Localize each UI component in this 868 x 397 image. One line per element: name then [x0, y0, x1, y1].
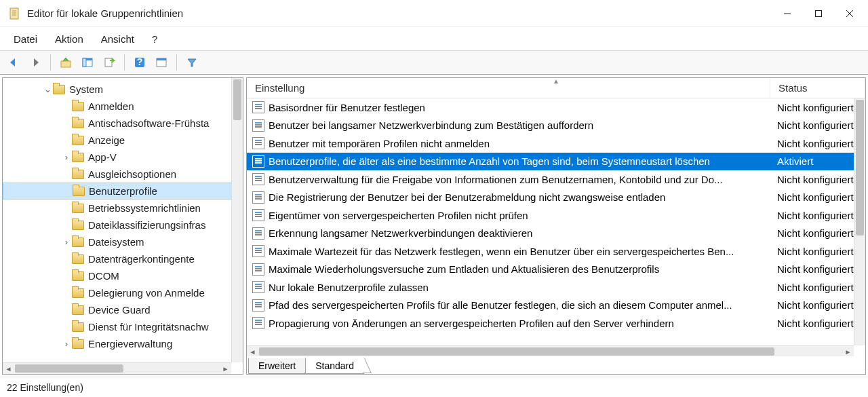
list-row[interactable]: Nur lokale Benutzerprofile zulassenNicht… — [247, 278, 865, 297]
scroll-right-button[interactable]: ► — [220, 363, 231, 374]
tree-label: Dateisystem — [88, 236, 144, 248]
chevron-right-icon[interactable]: › — [61, 152, 72, 162]
up-button[interactable] — [56, 53, 75, 72]
tab-extended[interactable]: Erweitert — [248, 358, 306, 374]
tree-label: App-V — [88, 151, 117, 163]
list-row[interactable]: Benutzer bei langsamer Netzwerkverbindun… — [247, 117, 865, 135]
close-button[interactable] — [834, 3, 865, 24]
setting-name: Benutzerverwaltung für die Freigabe von … — [269, 174, 777, 185]
folder-icon — [72, 204, 84, 213]
tree-vertical-scrollbar[interactable] — [231, 78, 243, 362]
tree-item[interactable]: Dateiklassifizierungsinfras — [3, 216, 243, 233]
tree-item[interactable]: Dienst für Integritätsnachw — [3, 318, 243, 335]
list-row[interactable]: Pfad des servergespeicherten Profils für… — [247, 297, 865, 315]
menu-file[interactable]: Datei — [5, 29, 45, 49]
scroll-left-button[interactable]: ◄ — [247, 346, 258, 357]
list-row[interactable]: Die Registrierung der Benutzer bei der B… — [247, 189, 865, 207]
folder-icon — [72, 322, 84, 332]
tree-item[interactable]: Betriebssystemrichtlinien — [3, 200, 243, 216]
list-row[interactable]: Erkennung langsamer Netzwerkverbindungen… — [247, 225, 865, 243]
tree-item[interactable]: Ausgleichsoptionen — [3, 166, 243, 183]
show-hide-tree-button[interactable] — [78, 53, 97, 72]
list-row[interactable]: Benutzerverwaltung für die Freigabe von … — [247, 170, 865, 189]
folder-icon — [72, 221, 84, 230]
tree-item[interactable]: ›App-V — [3, 149, 243, 166]
chevron-right-icon[interactable]: › — [61, 339, 72, 349]
toolbar-separator — [50, 54, 51, 71]
tree-item[interactable]: Datenträgerkontingente — [3, 250, 243, 267]
svg-rect-8 — [61, 61, 71, 67]
tree-label: Anzeige — [88, 134, 125, 146]
setting-status: Nicht konfiguriert — [777, 174, 865, 185]
tree-item[interactable]: Delegierung von Anmelde — [3, 284, 243, 301]
tree-item[interactable]: ›Dateisystem — [3, 233, 243, 250]
list-horizontal-scrollbar[interactable]: ◄ ► — [247, 345, 854, 357]
setting-name: Benutzer bei langsamer Netzwerkverbindun… — [269, 119, 777, 131]
maximize-button[interactable] — [803, 3, 834, 24]
setting-status: Nicht konfiguriert — [777, 299, 865, 311]
tree-label: Ausgleichsoptionen — [88, 168, 176, 180]
tree-item[interactable]: Anmelden — [3, 98, 243, 115]
tree-label: Benutzerprofile — [89, 185, 157, 197]
main-split: ⌄ System AnmeldenAntischadsoftware-Frühs… — [0, 75, 868, 377]
list-row[interactable]: Propagierung von Änderungen an serverges… — [247, 314, 865, 333]
tree-item[interactable]: ›Energieverwaltung — [3, 335, 243, 352]
policy-icon — [252, 101, 264, 113]
help-button[interactable]: ? — [130, 53, 149, 72]
forward-button[interactable] — [26, 53, 45, 72]
policy-icon — [252, 209, 264, 221]
menu-help[interactable]: ? — [144, 29, 165, 49]
list-row[interactable]: Basisordner für Benutzer festlegenNicht … — [247, 98, 865, 117]
list-panel: ▲ Einstellung Status Basisordner für Ben… — [246, 77, 866, 375]
list-row[interactable]: Maximale Wiederholungsversuche zum Entla… — [247, 261, 865, 279]
minimize-button[interactable] — [772, 3, 803, 24]
scroll-right-button[interactable]: ► — [842, 346, 854, 357]
settings-list[interactable]: Basisordner für Benutzer festlegenNicht … — [247, 98, 865, 374]
policy-icon — [252, 245, 264, 257]
app-icon — [8, 7, 22, 20]
column-header-setting[interactable]: Einstellung — [247, 78, 770, 98]
tree-label: Device Guard — [88, 304, 151, 316]
menu-action[interactable]: Aktion — [47, 29, 92, 49]
tree-item[interactable]: Anzeige — [3, 132, 243, 149]
tree[interactable]: ⌄ System AnmeldenAntischadsoftware-Frühs… — [3, 78, 243, 355]
tree-item[interactable]: Antischadsoftware-Frühsta — [3, 115, 243, 132]
setting-status: Nicht konfiguriert — [777, 119, 865, 131]
setting-status: Nicht konfiguriert — [777, 102, 865, 113]
setting-name: Pfad des servergespeicherten Profils für… — [269, 299, 777, 311]
tree-item[interactable]: Device Guard — [3, 301, 243, 318]
chevron-down-icon[interactable]: ⌄ — [42, 84, 53, 94]
tree-item[interactable]: DCOM — [3, 267, 243, 284]
sort-indicator-icon: ▲ — [553, 77, 559, 85]
chevron-right-icon[interactable]: › — [61, 237, 72, 247]
properties-button[interactable] — [152, 53, 171, 72]
filter-button[interactable] — [182, 53, 201, 72]
setting-name: Propagierung von Änderungen an serverges… — [269, 318, 777, 329]
policy-icon — [252, 119, 264, 132]
tree-item-system[interactable]: ⌄ System — [3, 81, 243, 98]
policy-icon — [252, 191, 264, 204]
policy-icon — [252, 317, 264, 329]
tab-standard[interactable]: Standard — [305, 358, 364, 374]
list-row[interactable]: Eigentümer von servergespeicherten Profi… — [247, 206, 865, 225]
list-header: ▲ Einstellung Status — [247, 78, 865, 98]
tree-item[interactable]: Benutzerprofile — [3, 183, 243, 200]
list-row[interactable]: Benutzerprofile, die älter als eine best… — [247, 153, 865, 171]
tree-label: Dienst für Integritätsnachw — [88, 321, 209, 333]
list-row[interactable]: Benutzer mit temporären Profilen nicht a… — [247, 134, 865, 153]
export-button[interactable] — [100, 53, 119, 72]
folder-icon — [72, 288, 84, 298]
setting-name: Erkennung langsamer Netzwerkverbindungen… — [269, 227, 777, 239]
list-row[interactable]: Maximale Wartezeit für das Netzwerk fest… — [247, 242, 865, 261]
back-button[interactable] — [4, 53, 23, 72]
column-header-status[interactable]: Status — [770, 78, 865, 98]
menu-view[interactable]: Ansicht — [93, 29, 142, 49]
scroll-left-button[interactable]: ◄ — [3, 363, 14, 374]
folder-icon — [72, 271, 84, 281]
setting-name: Benutzerprofile, die älter als eine best… — [269, 155, 777, 167]
list-vertical-scrollbar[interactable] — [854, 98, 865, 345]
tree-horizontal-scrollbar[interactable]: ◄ ► — [3, 362, 231, 374]
setting-status: Aktiviert — [777, 155, 865, 167]
policy-icon — [252, 137, 264, 149]
setting-status: Nicht konfiguriert — [777, 263, 865, 275]
